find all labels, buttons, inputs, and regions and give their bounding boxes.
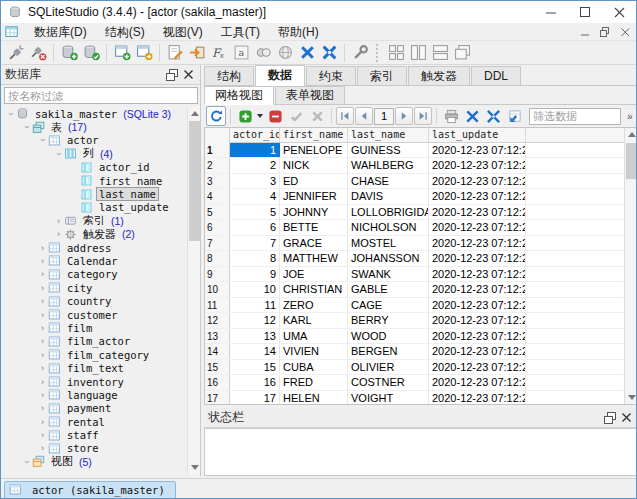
cell-actor_id[interactable]: 13 bbox=[230, 329, 280, 343]
cell-last_update[interactable]: 2020-12-23 07:12:29 bbox=[429, 158, 526, 172]
cell-first_name[interactable]: JOE bbox=[280, 267, 348, 281]
cell-last_name[interactable]: BERGEN bbox=[348, 344, 429, 358]
row-number[interactable]: 15 bbox=[205, 360, 230, 374]
tree-item-store[interactable]: ›store bbox=[1, 442, 187, 455]
tree-expander-icon[interactable]: › bbox=[37, 323, 48, 333]
tree-item-视图[interactable]: ›视图(5) bbox=[1, 455, 187, 468]
tree-expander-icon[interactable]: › bbox=[37, 417, 48, 427]
tree-expander-icon[interactable]: › bbox=[37, 377, 48, 387]
prev-page-icon[interactable] bbox=[355, 107, 373, 125]
cell-actor_id[interactable]: 2 bbox=[230, 158, 280, 172]
commit-icon[interactable] bbox=[286, 106, 306, 126]
expand-columns-icon[interactable] bbox=[483, 106, 503, 126]
cell-last_name[interactable]: LOLLOBRIGIDA bbox=[348, 205, 429, 219]
collapse-columns-icon[interactable] bbox=[462, 106, 482, 126]
cell-actor_id[interactable]: 15 bbox=[230, 360, 280, 374]
tree-expander-icon[interactable]: › bbox=[37, 350, 48, 360]
tree-item-city[interactable]: ›city bbox=[1, 281, 187, 294]
tree-scrollbar[interactable] bbox=[187, 107, 200, 474]
cell-last_update[interactable]: 2020-12-23 07:12:29 bbox=[429, 267, 526, 281]
menu-item-1[interactable]: 结构(S) bbox=[96, 23, 154, 41]
cell-first_name[interactable]: KARL bbox=[280, 313, 348, 327]
tab-数据[interactable]: 数据 bbox=[255, 65, 305, 86]
tab-结构[interactable]: 结构 bbox=[204, 66, 254, 85]
mdi-grid-icon[interactable] bbox=[385, 42, 407, 64]
tree-expander-icon[interactable]: › bbox=[37, 336, 48, 346]
cell-first_name[interactable]: CUBA bbox=[280, 360, 348, 374]
row-number[interactable]: 11 bbox=[205, 298, 230, 312]
close-panel-icon[interactable] bbox=[180, 67, 196, 83]
cell-last_name[interactable]: GUINESS bbox=[348, 143, 429, 157]
tree-expander-icon[interactable]: › bbox=[37, 256, 48, 266]
cell-last_update[interactable]: 2020-12-23 07:12:29 bbox=[429, 143, 526, 157]
add-row-icon[interactable] bbox=[235, 106, 255, 126]
menu-item-2[interactable]: 视图(V) bbox=[154, 23, 212, 41]
cell-last_update[interactable]: 2020-12-23 07:12:29 bbox=[429, 298, 526, 312]
cell-actor_id[interactable]: 16 bbox=[230, 375, 280, 389]
cell-actor_id[interactable]: 4 bbox=[230, 189, 280, 203]
tree-item-actor_id[interactable]: actor_id bbox=[1, 161, 187, 174]
cell-last_name[interactable]: BERRY bbox=[348, 313, 429, 327]
cell-first_name[interactable]: UMA bbox=[280, 329, 348, 343]
cell-last_update[interactable]: 2020-12-23 07:12:29 bbox=[429, 282, 526, 296]
add-database-icon[interactable] bbox=[58, 42, 80, 64]
tree-item-film_actor[interactable]: ›film_actor bbox=[1, 335, 187, 348]
tree-expander-icon[interactable]: › bbox=[37, 269, 48, 279]
tree-item-actor[interactable]: ›actor bbox=[1, 134, 187, 147]
grid-corner-cell[interactable] bbox=[205, 128, 230, 143]
cell-last_update[interactable]: 2020-12-23 07:12:29 bbox=[429, 360, 526, 374]
new-window-icon[interactable] bbox=[111, 42, 133, 64]
cell-last_update[interactable]: 2020-12-23 07:12:29 bbox=[429, 220, 526, 234]
tree-item-staff[interactable]: ›staff bbox=[1, 428, 187, 441]
view-tab-表单视图[interactable]: 表单视图 bbox=[275, 86, 345, 104]
tree-expander-icon[interactable]: › bbox=[38, 135, 48, 146]
row-number[interactable]: 14 bbox=[205, 344, 230, 358]
mdi-rows-icon[interactable] bbox=[429, 42, 451, 64]
mdi-close-icon[interactable] bbox=[618, 26, 632, 39]
cell-first_name[interactable]: NICK bbox=[280, 158, 348, 172]
tree-scroll-down-icon[interactable] bbox=[188, 461, 201, 474]
next-page-icon[interactable] bbox=[395, 107, 413, 125]
tree-item-first_name[interactable]: first_name bbox=[1, 174, 187, 187]
toolbar-overflow-button[interactable]: » bbox=[624, 111, 636, 122]
cell-last_name[interactable]: DAVIS bbox=[348, 189, 429, 203]
tree-item-customer[interactable]: ›customer bbox=[1, 308, 187, 321]
tree-scroll-up-icon[interactable] bbox=[188, 107, 201, 120]
tree-item-film_text[interactable]: ›film_text bbox=[1, 361, 187, 374]
cell-first_name[interactable]: GRACE bbox=[280, 236, 348, 250]
row-number[interactable]: 2 bbox=[205, 158, 230, 172]
load-full-data-icon[interactable] bbox=[504, 106, 524, 126]
menu-item-3[interactable]: 工具(T) bbox=[212, 23, 269, 41]
delete-row-icon[interactable] bbox=[265, 106, 285, 126]
cell-last_update[interactable]: 2020-12-23 07:12:29 bbox=[429, 344, 526, 358]
close-all-windows-icon[interactable] bbox=[296, 42, 318, 64]
tree-filter-input[interactable] bbox=[4, 87, 198, 104]
tree-item-film_category[interactable]: ›film_category bbox=[1, 348, 187, 361]
tree-item-索引[interactable]: ›索引(1) bbox=[1, 214, 187, 227]
open-sql-editor-icon[interactable] bbox=[164, 42, 186, 64]
tree-item-address[interactable]: ›address bbox=[1, 241, 187, 254]
tree-item-表[interactable]: ›表(17) bbox=[1, 120, 187, 133]
cell-first_name[interactable]: ZERO bbox=[280, 298, 348, 312]
tree-item-film[interactable]: ›film bbox=[1, 321, 187, 334]
row-number[interactable]: 7 bbox=[205, 236, 230, 250]
row-number[interactable]: 17 bbox=[205, 391, 230, 405]
row-number[interactable]: 10 bbox=[205, 282, 230, 296]
cell-first_name[interactable]: JENNIFER bbox=[280, 189, 348, 203]
row-number[interactable]: 3 bbox=[205, 174, 230, 188]
cell-actor_id[interactable]: 5 bbox=[230, 205, 280, 219]
cell-actor_id[interactable]: 14 bbox=[230, 344, 280, 358]
cell-last_name[interactable]: GABLE bbox=[348, 282, 429, 296]
mdi-cascade-icon[interactable] bbox=[451, 42, 473, 64]
grid-scroll-down-icon[interactable] bbox=[625, 391, 637, 404]
column-header-last_name[interactable]: last_name bbox=[348, 128, 429, 142]
cell-actor_id[interactable]: 11 bbox=[230, 298, 280, 312]
cell-first_name[interactable]: VIVIEN bbox=[280, 344, 348, 358]
row-number[interactable]: 6 bbox=[205, 220, 230, 234]
cell-last_name[interactable]: VOIGHT bbox=[348, 391, 429, 405]
status-close-panel-icon[interactable] bbox=[618, 410, 634, 426]
toolbar-handle[interactable] bbox=[376, 44, 380, 62]
tree-expander-icon[interactable]: › bbox=[37, 390, 48, 400]
cell-actor_id[interactable]: 1 bbox=[230, 143, 280, 157]
tree-item-country[interactable]: ›country bbox=[1, 294, 187, 307]
